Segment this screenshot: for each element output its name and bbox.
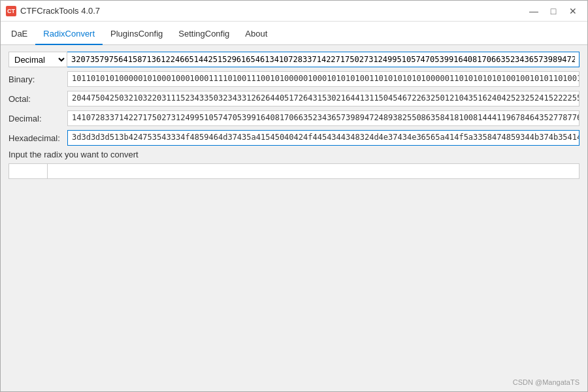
content-area: Decimal Binary: 101101010100000101000100… (1, 45, 587, 391)
app-icon: CT (6, 6, 16, 16)
tab-about[interactable]: About (237, 25, 275, 45)
tab-settingconfig[interactable]: SettingConfig (171, 25, 237, 45)
title-bar: CT CTFCrackTools 4.0.7 — □ ✕ (1, 1, 587, 22)
app-icon-label: CT (7, 8, 15, 14)
decimal-output-label: Decimal: (8, 114, 67, 123)
watermark: CSDN @MangataTS (513, 378, 580, 386)
tab-dae[interactable]: DaE (3, 25, 35, 45)
octal-row: Octal: 204475042503210322031115234335032… (8, 91, 580, 106)
decimal-select[interactable]: Decimal (8, 52, 67, 67)
radix-input-row (8, 163, 580, 179)
binary-row: Binary: 10110101010000010100010001000111… (8, 71, 580, 87)
tab-pluginsconfig[interactable]: PluginsConfig (103, 25, 171, 45)
tab-radixconvert[interactable]: RadixConvert (35, 25, 103, 45)
decimal-input-row: Decimal (8, 52, 580, 67)
menu-bar: DaE RadixConvert PluginsConfig SettingCo… (1, 22, 587, 45)
hex-label: Hexadecimal: (8, 133, 67, 143)
decimal-output-row: Decimal: 1410728337142271750273124995105… (8, 110, 580, 126)
binary-label: Binary: (8, 74, 67, 84)
octal-label: Octal: (8, 94, 67, 104)
window-controls: — □ ✕ (525, 4, 582, 18)
hex-row: Hexadecimal: 3d3d3d3d513b424753543334f48… (8, 130, 580, 146)
maximize-button[interactable]: □ (544, 4, 563, 18)
octal-value: 2044750425032103220311152343350323433126… (67, 91, 580, 106)
hex-value: 3d3d3d3d513b424753543334f4859464d37435a4… (67, 130, 580, 146)
main-window: CT CTFCrackTools 4.0.7 — □ ✕ DaE RadixCo… (0, 0, 588, 392)
decimal-output-value: 1410728337142271750273124995105747053991… (67, 110, 580, 126)
prompt-label: Input the radix you want to convert (8, 150, 580, 159)
radix-value-input[interactable] (48, 163, 580, 179)
close-button[interactable]: ✕ (564, 4, 582, 18)
main-input[interactable] (67, 52, 580, 67)
binary-value: 1011010101000001010001000100011110100111… (67, 71, 580, 87)
minimize-button[interactable]: — (525, 4, 543, 18)
title-bar-left: CT CTFCrackTools 4.0.7 (6, 6, 100, 16)
app-title: CTFCrackTools 4.0.7 (20, 6, 100, 16)
radix-number-input[interactable] (8, 163, 48, 179)
